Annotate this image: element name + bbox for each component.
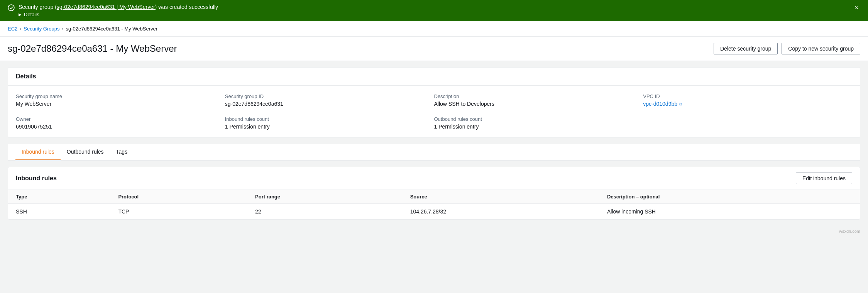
security-group-link[interactable]: sg-02e7d86294ce0a631 | My WebServer — [57, 4, 155, 10]
main-content: Details Security group name My WebServer… — [0, 61, 868, 226]
col-type: Type — [8, 190, 110, 204]
inbound-rules-thead: Type Protocol Port range Source Descript… — [8, 190, 860, 204]
inbound-rules-table: Type Protocol Port range Source Descript… — [8, 190, 860, 219]
value-outbound-count: 1 Permission entry — [434, 124, 643, 130]
inbound-rules-tbody: SSH TCP 22 104.26.7.28/32 Allow incoming… — [8, 204, 860, 220]
header-actions: Delete security group Copy to new securi… — [714, 43, 860, 54]
value-vpc-id: vpc-d010d9bb ⧉ — [643, 101, 852, 107]
detail-owner: Owner 690190675251 — [16, 116, 225, 130]
row-port-range: 22 — [247, 204, 403, 220]
detail-outbound-count: Outbound rules count 1 Permission entry — [434, 116, 643, 130]
inbound-rules-header-row: Type Protocol Port range Source Descript… — [8, 190, 860, 204]
value-inbound-count: 1 Permission entry — [225, 124, 434, 130]
row-type: SSH — [8, 204, 110, 220]
breadcrumb-current: sg-02e7d86294ce0a631 - My WebServer — [66, 26, 158, 32]
edit-inbound-rules-button[interactable]: Edit inbound rules — [796, 173, 852, 184]
detail-vpc-id: VPC ID vpc-d010d9bb ⧉ — [643, 93, 852, 107]
col-port-range: Port range — [247, 190, 403, 204]
value-security-group-id: sg-02e7d86294ce0a631 — [225, 101, 434, 107]
tabs: Inbound rules Outbound rules Tags — [8, 144, 860, 160]
detail-inbound-count: Inbound rules count 1 Permission entry — [225, 116, 434, 130]
row-description: Allow incoming SSH — [599, 204, 860, 220]
detail-security-group-id: Security group ID sg-02e7d86294ce0a631 — [225, 93, 434, 107]
details-arrow-icon: ▶ — [19, 12, 22, 17]
detail-description: Description Allow SSH to Developers — [434, 93, 643, 107]
label-owner: Owner — [16, 116, 225, 122]
inbound-rules-title: Inbound rules — [16, 175, 57, 182]
breadcrumb-sep-2: › — [62, 26, 64, 32]
details-label: Details — [24, 12, 39, 17]
success-banner-content: Security group (sg-02e7d86294ce0a631 | M… — [8, 4, 218, 17]
delete-security-group-button[interactable]: Delete security group — [714, 43, 778, 54]
label-inbound-count: Inbound rules count — [225, 116, 434, 122]
external-link-icon: ⧉ — [679, 102, 682, 107]
breadcrumb: EC2 › Security Groups › sg-02e7d86294ce0… — [0, 21, 868, 37]
inbound-rules-card: Inbound rules Edit inbound rules Type Pr… — [8, 167, 860, 220]
row-protocol: TCP — [110, 204, 247, 220]
label-vpc-id: VPC ID — [643, 93, 852, 99]
label-security-group-name: Security group name — [16, 93, 225, 99]
tabs-container: Inbound rules Outbound rules Tags — [8, 144, 860, 161]
table-row: SSH TCP 22 104.26.7.28/32 Allow incoming… — [8, 204, 860, 220]
watermark: wsxdn.com — [0, 226, 868, 237]
details-grid: Security group name My WebServer Securit… — [8, 86, 860, 137]
page-header: sg-02e7d86294ce0a631 - My WebServer Dele… — [0, 37, 868, 61]
success-title: Security group (sg-02e7d86294ce0a631 | M… — [19, 4, 218, 10]
vpc-id-link[interactable]: vpc-d010d9bb ⧉ — [643, 101, 682, 107]
label-security-group-id: Security group ID — [225, 93, 434, 99]
value-description: Allow SSH to Developers — [434, 101, 643, 107]
tab-tags[interactable]: Tags — [110, 144, 134, 160]
svg-point-0 — [8, 5, 14, 11]
vpc-id-text: vpc-d010d9bb — [643, 101, 677, 107]
label-description: Description — [434, 93, 643, 99]
col-description: Description – optional — [599, 190, 860, 204]
page-title: sg-02e7d86294ce0a631 - My WebServer — [8, 43, 177, 54]
tab-outbound-rules[interactable]: Outbound rules — [61, 144, 110, 160]
success-details-toggle[interactable]: ▶ Details — [19, 12, 218, 17]
copy-security-group-button[interactable]: Copy to new security group — [782, 43, 860, 54]
breadcrumb-sep-1: › — [20, 26, 21, 32]
row-source: 104.26.7.28/32 — [403, 204, 599, 220]
breadcrumb-ec2[interactable]: EC2 — [8, 26, 17, 32]
value-owner: 690190675251 — [16, 124, 225, 130]
col-source: Source — [403, 190, 599, 204]
details-card: Details Security group name My WebServer… — [8, 67, 860, 138]
breadcrumb-security-groups[interactable]: Security Groups — [24, 26, 59, 32]
col-protocol: Protocol — [110, 190, 247, 204]
close-banner-button[interactable]: × — [853, 4, 860, 12]
details-section-title: Details — [16, 73, 852, 80]
label-outbound-count: Outbound rules count — [434, 116, 643, 122]
success-text-block: Security group (sg-02e7d86294ce0a631 | M… — [19, 4, 218, 17]
inbound-rules-header: Inbound rules Edit inbound rules — [8, 167, 860, 190]
success-icon — [8, 4, 15, 11]
value-security-group-name: My WebServer — [16, 101, 225, 107]
success-banner: Security group (sg-02e7d86294ce0a631 | M… — [0, 0, 868, 21]
tab-inbound-rules[interactable]: Inbound rules — [15, 144, 61, 160]
detail-security-group-name: Security group name My WebServer — [16, 93, 225, 107]
details-card-header: Details — [8, 68, 860, 86]
